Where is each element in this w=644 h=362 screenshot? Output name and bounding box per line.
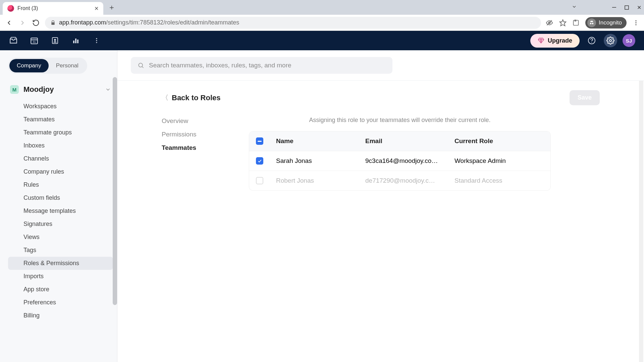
cell-name: Sarah Jonas: [276, 157, 365, 165]
sidebar-item-billing[interactable]: Billing: [8, 309, 113, 322]
cell-role: Standard Access: [454, 177, 544, 184]
svg-rect-17: [73, 41, 74, 43]
sidebar-item-company-rules[interactable]: Company rules: [8, 165, 113, 178]
sidebar-list: Workspaces Teammates Teammate groups Inb…: [8, 100, 113, 322]
role-subtabs: Overview Permissions Teammates: [162, 117, 229, 191]
sidebar-scrollbar[interactable]: [113, 77, 117, 305]
reload-button[interactable]: [32, 18, 40, 27]
row-checkbox[interactable]: [256, 157, 263, 165]
sidebar-item-tags[interactable]: Tags: [8, 244, 113, 257]
svg-point-11: [635, 24, 636, 25]
svg-point-8: [592, 23, 594, 24]
table-header: Name Email Current Role: [249, 131, 550, 151]
new-tab-button[interactable]: ＋: [107, 2, 117, 12]
sidebar-item-app-store[interactable]: App store: [8, 283, 113, 296]
extensions-icon[interactable]: [573, 19, 579, 26]
scope-company[interactable]: Company: [9, 59, 49, 72]
sidebar-item-signatures[interactable]: Signatures: [8, 218, 113, 231]
col-name: Name: [276, 137, 365, 145]
table-row[interactable]: Sarah Jonas 9c3ca164@moodjoy.co… Workspa…: [249, 151, 550, 171]
window-controls: ✕: [612, 0, 641, 15]
sidebar-item-message-templates[interactable]: Message templates: [8, 204, 113, 218]
sidebar-item-inboxes[interactable]: Inboxes: [8, 139, 113, 152]
upgrade-label: Upgrade: [548, 37, 572, 44]
tab-bar: Front (3) ✕ ＋ ✕: [0, 0, 644, 15]
sidebar-item-preferences[interactable]: Preferences: [8, 296, 113, 309]
svg-text:31: 31: [33, 40, 36, 44]
contacts-icon[interactable]: [50, 36, 60, 45]
svg-rect-6: [575, 20, 576, 21]
svg-rect-19: [77, 40, 78, 43]
settings-button[interactable]: [604, 34, 617, 47]
browser-tab[interactable]: Front (3) ✕: [3, 2, 103, 15]
back-button[interactable]: [5, 18, 13, 27]
cell-email: 9c3ca164@moodjoy.co…: [365, 157, 454, 165]
browser-menu-icon[interactable]: [633, 19, 639, 26]
lock-icon: [50, 20, 56, 25]
close-window-icon[interactable]: ✕: [637, 4, 641, 11]
svg-point-25: [609, 40, 611, 42]
workspace-name: Moodjoy: [23, 85, 100, 94]
inbox-icon[interactable]: [9, 36, 18, 45]
workspace-header[interactable]: M Moodjoy: [8, 82, 113, 97]
front-favicon: [7, 5, 14, 12]
more-menu-icon[interactable]: [92, 36, 101, 45]
row-checkbox[interactable]: [256, 177, 263, 184]
sidebar-item-channels[interactable]: Channels: [8, 152, 113, 165]
forward-button[interactable]: [18, 18, 27, 27]
table-row[interactable]: Robert Jonas de717290@moodjoy.c… Standar…: [249, 171, 550, 190]
content-scrollbar[interactable]: [639, 81, 643, 362]
svg-marker-4: [560, 19, 566, 25]
subtab-teammates[interactable]: Teammates: [162, 144, 229, 152]
cell-name: Robert Jonas: [276, 177, 365, 184]
user-avatar[interactable]: SJ: [623, 34, 635, 47]
analytics-icon[interactable]: [71, 36, 80, 45]
scope-personal[interactable]: Personal: [49, 59, 86, 72]
sidebar-item-rules[interactable]: Rules: [8, 178, 113, 191]
minimize-icon[interactable]: [612, 5, 616, 10]
tabs-dropdown-icon[interactable]: [572, 4, 577, 9]
sidebar-item-teammate-groups[interactable]: Teammate groups: [8, 126, 113, 139]
save-button[interactable]: Save: [570, 90, 600, 105]
info-message: Assigning this role to your teammates wi…: [249, 117, 551, 124]
svg-rect-18: [75, 39, 76, 43]
select-all-checkbox[interactable]: [256, 137, 263, 145]
eye-blocked-icon[interactable]: [546, 19, 553, 26]
svg-point-16: [54, 39, 56, 41]
col-email: Email: [365, 137, 454, 145]
chevron-left-icon: 〈: [162, 93, 168, 102]
incognito-badge[interactable]: Incognito: [585, 17, 627, 28]
maximize-icon[interactable]: [625, 5, 629, 10]
close-tab-icon[interactable]: ✕: [94, 5, 99, 12]
bookmark-star-icon[interactable]: [559, 19, 567, 26]
search-input[interactable]: Search teammates, inboxes, rules, tags, …: [131, 57, 392, 74]
sidebar-item-workspaces[interactable]: Workspaces: [8, 100, 113, 113]
svg-point-10: [635, 22, 636, 23]
subtab-permissions[interactable]: Permissions: [162, 131, 229, 138]
sidebar-item-imports[interactable]: Imports: [8, 270, 113, 283]
back-to-roles-link[interactable]: 〈 Back to Roles: [162, 93, 221, 102]
cell-role: Workspace Admin: [454, 157, 544, 165]
url-path: /settings/tim:7858132/roles/edit/admin/t…: [106, 19, 239, 26]
sidebar-item-roles-permissions[interactable]: Roles & Permissions: [8, 257, 113, 270]
subtab-overview[interactable]: Overview: [162, 117, 229, 125]
url-input[interactable]: app.frontapp.com/settings/tim:7858132/ro…: [45, 17, 541, 29]
sidebar-item-custom-fields[interactable]: Custom fields: [8, 191, 113, 204]
help-button[interactable]: [585, 34, 598, 47]
calendar-icon[interactable]: 31: [30, 36, 39, 45]
scope-toggle: Company Personal: [8, 58, 87, 74]
sidebar-item-views[interactable]: Views: [8, 231, 113, 244]
url-domain: app.frontapp.com: [59, 19, 106, 26]
search-icon: [138, 62, 144, 69]
app-header: 31 Upgrade SJ: [0, 31, 644, 50]
svg-point-22: [96, 42, 97, 43]
svg-point-26: [139, 63, 143, 67]
upgrade-button[interactable]: Upgrade: [530, 34, 580, 48]
sidebar-item-teammates[interactable]: Teammates: [8, 113, 113, 126]
chevron-down-icon: [105, 86, 111, 93]
app-body: Company Personal M Moodjoy Workspaces Te…: [0, 50, 644, 362]
svg-point-24: [591, 42, 592, 43]
browser-chrome: Front (3) ✕ ＋ ✕ app.frontapp.com/s: [0, 0, 644, 31]
svg-point-7: [590, 23, 592, 24]
settings-sidebar: Company Personal M Moodjoy Workspaces Te…: [0, 50, 117, 362]
